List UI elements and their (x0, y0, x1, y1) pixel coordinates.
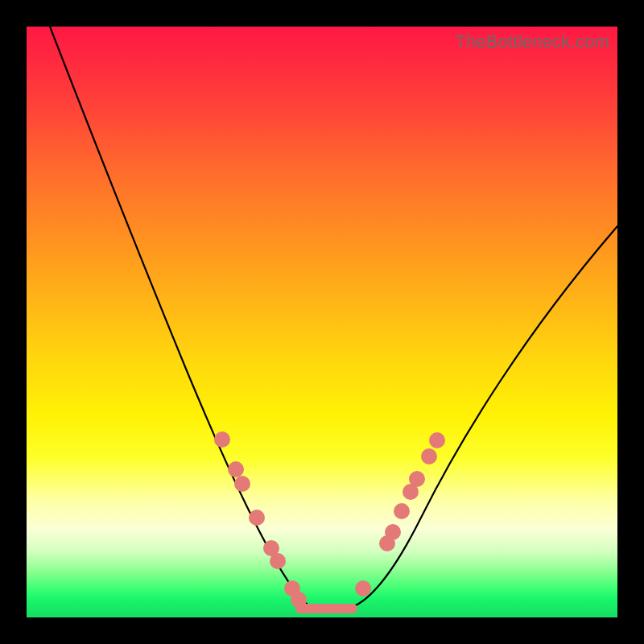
marker-dot (409, 471, 425, 487)
marker-dot (421, 448, 437, 464)
plot-area: TheBottleneck.com (27, 27, 617, 617)
marker-dot (214, 431, 230, 448)
outer-frame: TheBottleneck.com (0, 0, 644, 644)
marker-dot (429, 432, 445, 448)
marker-dot (394, 503, 410, 519)
marker-dot (234, 476, 250, 492)
bottleneck-curve (50, 27, 617, 608)
chart-svg (27, 27, 617, 617)
marker-dot (270, 553, 286, 569)
marker-dot (291, 592, 307, 608)
marker-dot (385, 524, 401, 540)
marker-dot (355, 580, 371, 597)
marker-group-left (214, 431, 307, 608)
marker-dot (249, 510, 265, 526)
marker-dot (228, 461, 244, 477)
marker-group-right (355, 432, 445, 597)
